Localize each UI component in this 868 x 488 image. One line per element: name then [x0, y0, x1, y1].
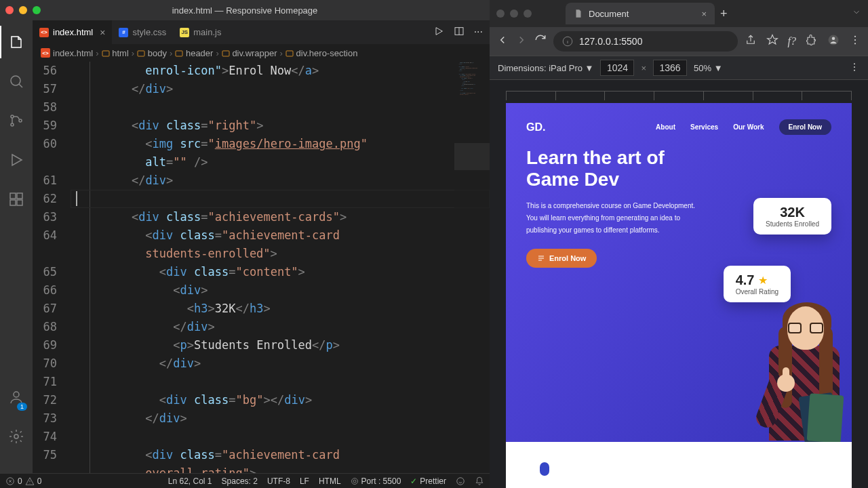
- menu-icon[interactable]: [849, 34, 861, 49]
- status-port[interactable]: Port : 5500: [351, 476, 401, 486]
- status-prettier[interactable]: ✓ Prettier: [410, 476, 446, 486]
- feature-icon: [540, 462, 549, 476]
- minimap-slider[interactable]: [454, 143, 490, 170]
- svg-rect-4: [10, 193, 16, 199]
- activity-bar: 1: [0, 20, 33, 473]
- font-icon[interactable]: f?: [788, 35, 796, 47]
- hero-section: GD. About Services Our Work Enrol Now Le…: [506, 103, 852, 442]
- svg-point-26: [854, 63, 855, 64]
- nav-link-our-work[interactable]: Our Work: [733, 123, 764, 131]
- svg-point-22: [832, 37, 835, 41]
- maximize-window-icon[interactable]: [524, 9, 532, 18]
- svg-point-2: [11, 123, 14, 126]
- run-debug-icon[interactable]: [0, 144, 33, 176]
- hero-headline: Learn the art ofGame Dev: [526, 147, 831, 190]
- navbar: GD. About Services Our Work Enrol Now: [526, 119, 831, 135]
- svg-point-19: [457, 477, 465, 485]
- browser-tab-title: Document: [589, 9, 629, 19]
- viewport-width-input[interactable]: [600, 60, 634, 76]
- status-bar: 0 0 Ln 62, Col 1 Spaces: 2 UTF-8 LF HTML…: [0, 473, 490, 488]
- nav-enrol-button[interactable]: Enrol Now: [779, 119, 831, 135]
- explorer-icon[interactable]: [0, 26, 33, 58]
- tab-close-icon[interactable]: ×: [100, 27, 105, 38]
- svg-rect-12: [138, 51, 144, 56]
- status-errors[interactable]: 0 0: [5, 476, 41, 486]
- reload-icon[interactable]: [534, 34, 547, 49]
- logo[interactable]: GD.: [526, 121, 545, 134]
- css-file-icon: #: [119, 28, 128, 37]
- svg-point-18: [351, 478, 357, 484]
- svg-point-0: [11, 76, 20, 85]
- split-editor-icon[interactable]: [454, 26, 465, 39]
- status-cursor[interactable]: Ln 62, Col 1: [168, 476, 212, 486]
- browser-toolbar: 127.0.0.1:5500 f?: [490, 27, 868, 56]
- search-icon[interactable]: [0, 65, 33, 98]
- breadcrumbs[interactable]: <> index.html › html › body › header › d…: [33, 44, 490, 62]
- js-file-icon: JS: [180, 28, 189, 37]
- hero-image: [730, 279, 852, 442]
- minimize-window-icon[interactable]: [510, 9, 518, 18]
- below-hero-section: [506, 442, 852, 483]
- browser-titlebar: Document × +: [490, 0, 868, 27]
- editor: <> index.html × # style.css JS main.js ·…: [33, 20, 490, 473]
- browser-window-controls: [496, 9, 532, 18]
- svg-point-1: [11, 115, 14, 118]
- breadcrumb-item: div.wrapper: [222, 48, 277, 58]
- more-icon[interactable]: ···: [474, 26, 483, 39]
- status-spaces[interactable]: Spaces: 2: [222, 476, 258, 486]
- close-window-icon[interactable]: [496, 9, 505, 18]
- svg-rect-6: [10, 200, 16, 205]
- device-select[interactable]: Dimensions: iPad Pro ▼: [498, 63, 593, 73]
- tab-index-html[interactable]: <> index.html ×: [33, 20, 112, 44]
- back-icon[interactable]: [496, 34, 509, 49]
- code-area[interactable]: 5657585960616263646566676869707172737475…: [33, 62, 490, 473]
- tabs-dropdown-icon[interactable]: [852, 7, 861, 20]
- new-tab-icon[interactable]: +: [720, 7, 728, 21]
- students-label: Students Enrolled: [766, 220, 819, 228]
- status-encoding[interactable]: UTF-8: [267, 476, 290, 486]
- svg-point-8: [14, 392, 19, 397]
- tab-label: style.css: [132, 27, 166, 37]
- status-feedback-icon[interactable]: [456, 476, 465, 486]
- svg-point-28: [854, 69, 855, 70]
- status-eol[interactable]: LF: [300, 476, 309, 486]
- share-icon[interactable]: [745, 34, 757, 49]
- tab-style-css[interactable]: # style.css: [112, 20, 173, 44]
- status-lang[interactable]: HTML: [319, 476, 341, 486]
- svg-point-3: [19, 119, 22, 122]
- nav-link-services[interactable]: Services: [690, 123, 718, 131]
- tab-main-js[interactable]: JS main.js: [173, 20, 228, 44]
- responsive-ruler[interactable]: [506, 91, 852, 100]
- window-title: index.html — Responsive Homepage: [0, 5, 490, 16]
- source-control-icon[interactable]: [0, 104, 33, 137]
- profile-icon[interactable]: [827, 34, 840, 49]
- svg-rect-14: [222, 51, 229, 56]
- status-bell-icon[interactable]: [475, 476, 484, 486]
- forward-icon[interactable]: [515, 34, 528, 49]
- svg-rect-15: [286, 51, 293, 56]
- svg-rect-11: [102, 51, 109, 56]
- settings-icon[interactable]: [0, 420, 33, 453]
- viewport-height-input[interactable]: [653, 60, 687, 76]
- browser-tab[interactable]: Document ×: [566, 3, 715, 24]
- bookmark-icon[interactable]: [766, 34, 778, 49]
- hero-description: This is a comprehensive course on Game D…: [526, 200, 696, 237]
- minimap[interactable]: enrol-icon">Enrol Now</a> </div> <div cl…: [454, 62, 490, 473]
- document-icon: [574, 9, 583, 18]
- devtools-menu-icon[interactable]: [849, 62, 860, 75]
- zoom-select[interactable]: 50% ▼: [694, 63, 723, 73]
- address-bar[interactable]: 127.0.0.1:5500: [553, 31, 738, 52]
- nav-link-about[interactable]: About: [656, 123, 675, 131]
- breadcrumb-item: div.hero-section: [285, 48, 357, 58]
- accounts-icon[interactable]: 1: [0, 381, 33, 413]
- svg-point-23: [854, 36, 856, 37]
- enrol-icon: [537, 254, 545, 262]
- extensions-icon[interactable]: [806, 34, 818, 49]
- extensions-icon[interactable]: [0, 183, 33, 216]
- enrol-button[interactable]: Enrol Now: [526, 249, 597, 268]
- svg-point-17: [353, 480, 356, 483]
- page-preview[interactable]: GD. About Services Our Work Enrol Now Le…: [506, 103, 852, 488]
- breadcrumb-item: header: [175, 48, 213, 58]
- run-icon[interactable]: [433, 26, 444, 39]
- tab-close-icon[interactable]: ×: [701, 9, 707, 19]
